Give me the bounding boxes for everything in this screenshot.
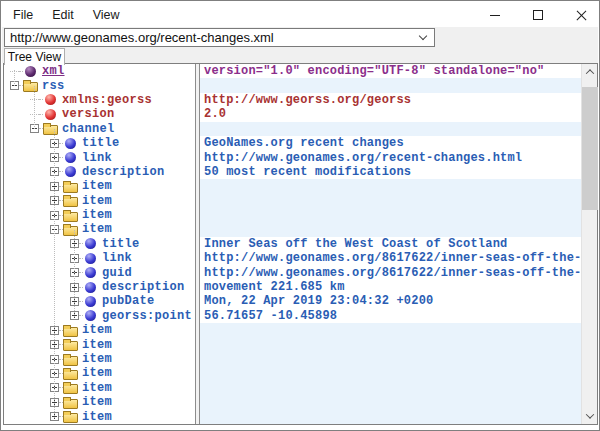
tree-node-label[interactable]: item <box>82 194 112 208</box>
connector-line <box>34 86 35 129</box>
url-combobox[interactable] <box>4 28 435 47</box>
value-row: http://www.geonames.org/8617622/inner-se… <box>200 265 581 279</box>
scroll-up-button[interactable] <box>582 64 598 80</box>
tree-node-label[interactable]: georss:point <box>102 309 192 323</box>
menu-item-view[interactable]: View <box>87 5 126 25</box>
tree-node-label[interactable]: title <box>82 136 120 150</box>
ball-blue-icon <box>63 137 78 150</box>
app-window: FileEditView Tree View xmlrssxmlns:geors… <box>0 0 600 431</box>
tree-row-item[interactable]: item <box>4 222 195 236</box>
tree-node-label[interactable]: link <box>102 251 132 265</box>
tree-row-description[interactable]: description <box>4 165 195 179</box>
chevron-down-icon[interactable] <box>419 32 427 40</box>
tree-row-item[interactable]: item <box>4 323 195 337</box>
tree-row-link[interactable]: link <box>4 251 195 265</box>
tree-row-guid[interactable]: guid <box>4 265 195 279</box>
tree-row-description[interactable]: description <box>4 280 195 294</box>
tree-node-label[interactable]: channel <box>62 122 115 136</box>
icon-shape <box>63 399 78 409</box>
tab-tree-view[interactable]: Tree View <box>4 48 65 65</box>
tree-row-item[interactable]: item <box>4 194 195 208</box>
tree-node-label[interactable]: description <box>102 280 185 294</box>
icon-shape <box>65 152 76 163</box>
tree-row-channel[interactable]: channel <box>4 122 195 136</box>
value-row <box>200 78 581 92</box>
node-value: movement 221.685 km <box>200 280 345 294</box>
tree-row-georss:point[interactable]: georss:point <box>4 309 195 323</box>
menu-item-edit[interactable]: Edit <box>46 5 80 25</box>
icon-shape <box>63 212 78 222</box>
tree-row-item[interactable]: item <box>4 179 195 193</box>
tree-node-label[interactable]: link <box>82 151 112 165</box>
tree-row-item[interactable]: item <box>4 352 195 366</box>
ball-blue-icon <box>83 281 98 294</box>
tree-node-label[interactable]: item <box>82 208 112 222</box>
tree-node-label[interactable]: item <box>82 338 112 352</box>
tree-row-link[interactable]: link <box>4 150 195 164</box>
tree-node-label[interactable]: xml <box>42 64 65 78</box>
tree-node-label[interactable]: description <box>82 165 165 179</box>
node-value: http://www.geonames.org/8617622/inner-se… <box>200 266 581 280</box>
tree-row-item[interactable]: item <box>4 366 195 380</box>
icon-shape <box>63 341 78 351</box>
tree-node-label[interactable]: item <box>82 381 112 395</box>
tree-row-pubDate[interactable]: pubDate <box>4 294 195 308</box>
scrollbar-thumb[interactable] <box>582 87 598 210</box>
tree-node-label[interactable]: version <box>62 107 115 121</box>
tree-row-rss[interactable]: rss <box>4 78 195 92</box>
tree-node-label[interactable]: guid <box>102 266 132 280</box>
icon-shape <box>43 125 58 135</box>
tree-row-item[interactable]: item <box>4 381 195 395</box>
tree-row-xmlns:georss[interactable]: xmlns:georss <box>4 93 195 107</box>
folder-icon <box>63 396 78 409</box>
tree-panel: xmlrssxmlns:georssversionchanneltitlelin… <box>4 64 195 424</box>
tree-node-label[interactable]: item <box>82 366 112 380</box>
ball-blue-icon <box>63 165 78 178</box>
value-row <box>200 395 581 409</box>
close-button[interactable] <box>564 5 598 25</box>
tree-node-label[interactable]: xmlns:georss <box>62 93 152 107</box>
value-row: http://www.georss.org/georss <box>200 93 581 107</box>
node-value: Mon, 22 Apr 2019 23:04:32 +0200 <box>200 294 433 308</box>
folder-icon <box>43 122 58 135</box>
tree-node-label[interactable]: item <box>82 352 112 366</box>
tree-node-label[interactable]: item <box>82 410 112 424</box>
tree-row-item[interactable]: item <box>4 409 195 423</box>
tree-node-label[interactable]: title <box>102 237 140 251</box>
tree-node-label[interactable]: pubDate <box>102 294 155 308</box>
icon-shape <box>85 310 96 321</box>
tree-node-label[interactable]: item <box>82 323 112 337</box>
icon-shape <box>63 356 78 366</box>
tree-row-version[interactable]: version <box>4 107 195 121</box>
value-row: Inner Seas off the West Coast of Scotlan… <box>200 237 581 251</box>
url-input[interactable] <box>5 30 420 46</box>
tree-node-label[interactable]: item <box>82 395 112 409</box>
tree-row-item[interactable]: item <box>4 208 195 222</box>
tree-row-xml[interactable]: xml <box>4 64 195 78</box>
value-row: http://www.geonames.org/8617622/inner-se… <box>200 251 581 265</box>
value-panel: version="1.0" encoding="UTF-8" standalon… <box>200 64 581 424</box>
node-value: http://www.geonames.org/8617622/inner-se… <box>200 251 581 265</box>
folder-icon <box>63 338 78 351</box>
tree-row-item[interactable]: item <box>4 395 195 409</box>
ball-red-icon <box>43 108 58 121</box>
tree-node-label[interactable]: item <box>82 179 112 193</box>
icon-shape <box>63 226 78 236</box>
scroll-down-button[interactable] <box>582 408 598 424</box>
vertical-scrollbar[interactable] <box>581 64 597 424</box>
icon-shape <box>63 327 78 337</box>
minimize-button[interactable] <box>478 5 512 25</box>
tree-node-label[interactable]: rss <box>42 79 65 93</box>
maximize-button[interactable] <box>521 5 555 25</box>
value-row: movement 221.685 km <box>200 280 581 294</box>
tree-row-item[interactable]: item <box>4 337 195 351</box>
tree-node-label[interactable]: item <box>82 222 112 236</box>
tree-row-title[interactable]: title <box>4 136 195 150</box>
icon-shape <box>45 94 56 105</box>
icon-shape <box>85 253 96 264</box>
tree-row-title[interactable]: title <box>4 237 195 251</box>
menu-item-file[interactable]: File <box>7 5 39 25</box>
folder-icon <box>63 209 78 222</box>
node-value: http://www.georss.org/georss <box>200 93 411 107</box>
value-row <box>200 194 581 208</box>
